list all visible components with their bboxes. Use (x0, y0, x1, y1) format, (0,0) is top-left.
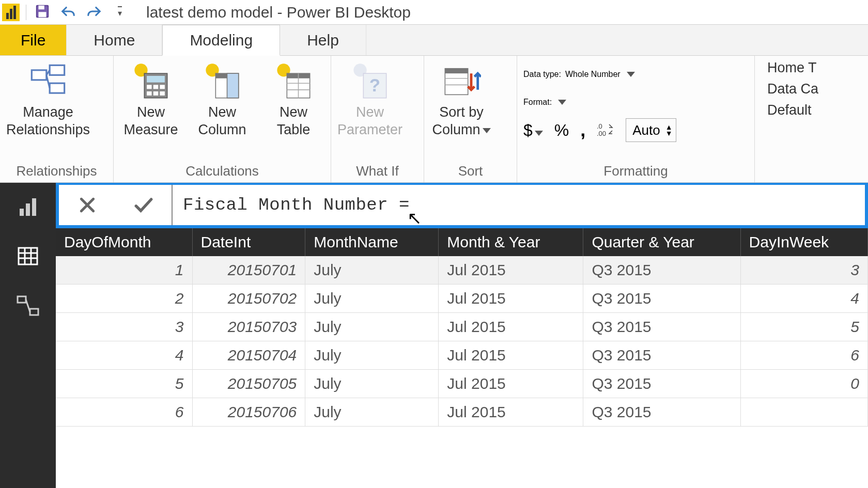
cell[interactable]: Q3 2015 (583, 341, 740, 370)
cell[interactable]: July (305, 398, 439, 427)
decimal-button[interactable]: .0.00 (597, 121, 614, 139)
data-grid[interactable]: DayOfMonth DateInt MonthName Month & Yea… (56, 228, 868, 488)
svg-rect-37 (26, 203, 30, 216)
cell[interactable]: July (305, 341, 439, 370)
cell[interactable]: 6 (740, 341, 867, 370)
group-label (761, 178, 831, 181)
column-header[interactable]: Month & Year (439, 228, 583, 256)
divider (26, 5, 26, 20)
svg-rect-15 (153, 91, 159, 96)
tab-home[interactable]: Home (67, 25, 162, 55)
table-row[interactable]: 420150704JulyJul 2015Q3 20156 (56, 341, 868, 370)
qat-customize-button[interactable]: ▾ (110, 3, 130, 22)
tab-file[interactable]: File (0, 25, 67, 55)
cell[interactable]: Jul 2015 (439, 341, 583, 370)
home-table-dropdown[interactable]: Home T (767, 60, 817, 76)
stepper-arrows[interactable]: ▲▼ (665, 124, 673, 136)
cell[interactable]: 20150703 (192, 313, 305, 341)
table-row[interactable]: 520150705JulyJul 2015Q3 20150 (56, 370, 868, 398)
cell[interactable]: Jul 2015 (439, 398, 583, 427)
ribbon-group-formatting: Data type: Whole Number Format: $ % , .0… (517, 56, 755, 182)
cell[interactable]: Q3 2015 (583, 370, 740, 398)
cell[interactable]: 20150704 (192, 341, 305, 370)
svg-rect-16 (160, 91, 165, 96)
tab-modeling[interactable]: Modeling (162, 25, 280, 56)
cell[interactable]: 6 (56, 398, 192, 427)
cell[interactable]: 20150705 (192, 370, 305, 398)
window-title: latest demo model - Power BI Desktop (146, 4, 411, 21)
tab-help[interactable]: Help (280, 25, 366, 55)
column-header[interactable]: DayOfMonth (56, 228, 192, 256)
formula-commit-button[interactable] (128, 190, 159, 221)
data-view-button[interactable] (13, 242, 42, 271)
cell[interactable]: 4 (56, 341, 192, 370)
view-switcher (0, 183, 56, 488)
cell[interactable]: July (305, 370, 439, 398)
column-header[interactable]: Quarter & Year (583, 228, 740, 256)
new-column-button[interactable]: New Column (191, 62, 253, 138)
report-view-button[interactable] (13, 192, 42, 221)
cell[interactable]: 3 (56, 313, 192, 341)
new-measure-button[interactable]: New Measure (120, 62, 182, 138)
cell[interactable]: 0 (740, 370, 867, 398)
column-header[interactable]: DateInt (192, 228, 305, 256)
data-type-dropdown[interactable]: Data type: Whole Number (523, 62, 635, 87)
column-header[interactable]: DayInWeek (740, 228, 867, 256)
cell[interactable]: Jul 2015 (439, 313, 583, 341)
formula-cancel-button[interactable] (72, 190, 103, 221)
sort-by-column-button[interactable]: Sort by Column (430, 62, 492, 138)
cell[interactable]: Q3 2015 (583, 285, 740, 313)
cell[interactable]: 5 (56, 370, 192, 398)
column-header[interactable]: MonthName (305, 228, 439, 256)
currency-button[interactable]: $ (523, 121, 543, 140)
cell[interactable]: 3 (740, 256, 867, 285)
group-label: Relationships (6, 162, 107, 181)
table-row[interactable]: 620150706JulyJul 2015Q3 2015 (56, 398, 868, 427)
cell[interactable] (740, 398, 867, 427)
new-table-button[interactable]: New Table (262, 62, 324, 138)
cell[interactable]: 20150706 (192, 398, 305, 427)
table-row[interactable]: 120150701JulyJul 2015Q3 20153 (56, 256, 868, 285)
data-category-dropdown[interactable]: Data Ca (767, 81, 818, 97)
cell[interactable]: July (305, 313, 439, 341)
cell[interactable]: 5 (740, 313, 867, 341)
cell[interactable]: 2 (56, 285, 192, 313)
table-row[interactable]: 220150702JulyJul 2015Q3 20154 (56, 285, 868, 313)
cell[interactable]: Jul 2015 (439, 370, 583, 398)
cell[interactable]: 20150702 (192, 285, 305, 313)
redo-button[interactable] (84, 3, 104, 22)
cell[interactable]: Q3 2015 (583, 256, 740, 285)
svg-rect-5 (50, 83, 64, 93)
cell[interactable]: 4 (740, 285, 867, 313)
svg-rect-1 (39, 5, 44, 9)
formula-input[interactable]: Fiscal Month Number = (173, 185, 865, 225)
svg-rect-10 (147, 76, 165, 83)
model-view-button[interactable] (13, 291, 42, 320)
cell[interactable]: Q3 2015 (583, 398, 740, 427)
comma-button[interactable]: , (580, 119, 585, 141)
save-button[interactable] (33, 3, 52, 22)
format-dropdown[interactable]: Format: (523, 90, 566, 115)
manage-relationships-button[interactable]: Manage Relationships (6, 62, 90, 138)
cell[interactable]: July (305, 256, 439, 285)
cell[interactable]: Jul 2015 (439, 256, 583, 285)
cell[interactable]: 1 (56, 256, 192, 285)
table-row[interactable]: 320150703JulyJul 2015Q3 20155 (56, 313, 868, 341)
bar-chart-icon (16, 194, 40, 219)
cell[interactable]: Jul 2015 (439, 285, 583, 313)
decimal-places-stepper[interactable]: Auto ▲▼ (626, 118, 676, 142)
ribbon-group-whatif: ? New Parameter What If (331, 56, 424, 182)
cell[interactable]: 20150701 (192, 256, 305, 285)
default-summarization-dropdown[interactable]: Default (767, 102, 812, 118)
cell[interactable]: Q3 2015 (583, 313, 740, 341)
decimal-icon: .0.00 (597, 128, 614, 139)
cell[interactable]: July (305, 285, 439, 313)
ribbon-group-calculations: New Measure New Column New Table Calcula… (114, 56, 331, 182)
svg-rect-12 (153, 85, 159, 89)
svg-rect-39 (19, 248, 37, 264)
undo-button[interactable] (58, 3, 78, 22)
redo-icon (86, 4, 102, 21)
percent-button[interactable]: % (554, 121, 569, 140)
chevron-down-icon (627, 72, 635, 77)
svg-line-46 (26, 300, 30, 312)
